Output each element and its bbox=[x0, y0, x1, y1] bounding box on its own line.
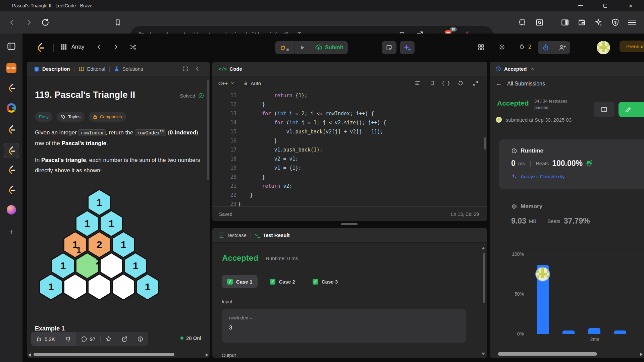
code-line[interactable]: 16 } bbox=[212, 136, 484, 145]
scrollbar-thumb[interactable] bbox=[498, 352, 597, 356]
bookmark-icon[interactable] bbox=[114, 18, 121, 27]
testcase-scrollbar-thumb[interactable] bbox=[483, 253, 485, 303]
companies-button[interactable]: Companies bbox=[89, 112, 126, 122]
code-line[interactable]: 11 return {1}; bbox=[212, 91, 484, 100]
input-box[interactable]: rowIndex = 3 bbox=[222, 309, 466, 343]
code-line[interactable]: 23} bbox=[212, 200, 484, 206]
all-submissions-bar[interactable]: ← All Submissions bbox=[490, 76, 644, 91]
extensions-icon[interactable] bbox=[519, 18, 527, 27]
back-arrow-icon[interactable]: ← bbox=[496, 80, 502, 87]
feedback-help-icon[interactable] bbox=[132, 336, 148, 342]
analyze-complexity-link[interactable]: Analyze Complexity bbox=[511, 173, 644, 179]
solution-button[interactable] bbox=[619, 102, 644, 117]
submit-button[interactable]: Submit bbox=[310, 41, 348, 54]
code-line[interactable]: 21 return v2; bbox=[212, 182, 484, 191]
code-line[interactable]: 14 for (int j = 1; j < v2.size(); j++) { bbox=[212, 118, 484, 127]
brackets-icon[interactable]: { } bbox=[442, 80, 450, 86]
scroll-up-arrow[interactable] bbox=[482, 247, 485, 249]
editor-scrollbar-thumb[interactable] bbox=[484, 137, 486, 149]
notes-button[interactable] bbox=[382, 41, 396, 54]
memory-header[interactable]: Memory bbox=[511, 203, 542, 210]
pinned-site-leetcode-icon[interactable] bbox=[7, 165, 16, 174]
view-report-button[interactable] bbox=[594, 102, 614, 117]
code-line[interactable]: 18 v2 = v1; bbox=[212, 155, 484, 164]
pinned-site-google-icon[interactable] bbox=[7, 103, 16, 113]
timer-icon[interactable] bbox=[538, 44, 554, 51]
code-line[interactable]: 19 v1 = {1}; bbox=[212, 164, 484, 173]
runtime-card[interactable]: Runtime 0 ms Beats 100.00% Analyze Compl… bbox=[499, 139, 644, 189]
pinned-site-college-icon[interactable]: COLLEGE bbox=[6, 63, 16, 73]
back-icon[interactable] bbox=[8, 18, 16, 26]
minimize-button[interactable] bbox=[573, 0, 588, 11]
scroll-right-arrow[interactable] bbox=[640, 353, 643, 356]
pinned-site-leetcode-icon[interactable] bbox=[7, 83, 16, 93]
ai-assistant-icon[interactable] bbox=[400, 41, 415, 54]
horizontal-scrollbar[interactable] bbox=[27, 353, 210, 357]
code-line[interactable]: 20 } bbox=[212, 173, 484, 182]
bookmark-code-icon[interactable] bbox=[430, 80, 435, 86]
scroll-down-arrow[interactable] bbox=[482, 353, 485, 355]
like-button[interactable]: 5.2K bbox=[31, 332, 60, 346]
collapse-panel-icon[interactable] bbox=[195, 66, 200, 72]
runtime-bar[interactable] bbox=[588, 328, 600, 334]
reset-code-icon[interactable] bbox=[458, 80, 464, 86]
streak-counter[interactable]: 2 bbox=[518, 43, 531, 51]
scrollbar-thumb[interactable] bbox=[34, 353, 174, 356]
prev-problem-icon[interactable] bbox=[96, 44, 102, 50]
format-code-icon[interactable] bbox=[415, 80, 421, 86]
run-button[interactable] bbox=[294, 41, 310, 54]
case-chip[interactable]: ✓Case 2 bbox=[264, 275, 300, 288]
leo-ai-icon[interactable] bbox=[594, 18, 603, 27]
autocomplete-toggle[interactable]: Auto bbox=[244, 80, 261, 86]
case-chip[interactable]: ✓Case 1 bbox=[222, 275, 258, 288]
pinned-site-leetcode-icon[interactable] bbox=[7, 185, 16, 194]
maximize-button[interactable] bbox=[597, 0, 613, 11]
leetcode-logo-icon[interactable] bbox=[35, 42, 45, 52]
tab-test-result[interactable]: >_ Test Result bbox=[255, 232, 289, 238]
topics-button[interactable]: Topics bbox=[57, 112, 85, 122]
scroll-right-arrow[interactable] bbox=[206, 353, 208, 357]
pinned-site-sphere-icon[interactable] bbox=[7, 205, 16, 215]
user-avatar[interactable] bbox=[597, 41, 610, 54]
layout-icon[interactable] bbox=[477, 44, 485, 51]
tab-description[interactable]: Description bbox=[34, 66, 70, 72]
scroll-left-arrow[interactable] bbox=[28, 353, 31, 357]
code-line[interactable]: 17 v1.push_back(1); bbox=[212, 145, 484, 155]
maximize-editor-icon[interactable] bbox=[473, 80, 478, 86]
vertical-scrollbar[interactable] bbox=[207, 80, 209, 180]
menu-icon[interactable] bbox=[628, 18, 636, 27]
tab-solutions[interactable]: Solutions bbox=[114, 66, 143, 72]
share-problem-icon[interactable] bbox=[117, 336, 132, 342]
favorite-star-icon[interactable] bbox=[101, 336, 117, 342]
expand-panel-icon[interactable] bbox=[182, 66, 188, 72]
search-tab-icon[interactable] bbox=[535, 18, 544, 27]
close-tab-icon[interactable]: × bbox=[531, 66, 534, 72]
my-submission-marker[interactable] bbox=[535, 267, 550, 282]
debug-button[interactable] bbox=[275, 41, 294, 54]
add-collaborator-icon[interactable] bbox=[554, 44, 570, 51]
vpn-shield-icon[interactable] bbox=[611, 18, 620, 27]
comments-button[interactable]: 97 bbox=[76, 336, 100, 342]
forward-icon[interactable] bbox=[25, 18, 33, 26]
random-problem-icon[interactable] bbox=[129, 44, 137, 51]
reload-icon[interactable] bbox=[41, 18, 50, 27]
next-problem-icon[interactable] bbox=[112, 44, 119, 50]
dislike-button[interactable] bbox=[60, 332, 76, 346]
sidebar-toggle-icon[interactable] bbox=[561, 18, 569, 27]
submission-horizontal-scrollbar[interactable] bbox=[490, 352, 644, 357]
add-pinned-site-button[interactable]: + bbox=[9, 227, 13, 237]
pinned-site-leetcode-icon[interactable] bbox=[7, 125, 16, 134]
runtime-bar[interactable] bbox=[562, 330, 575, 334]
sidebar-panel-toggle-icon[interactable] bbox=[7, 42, 16, 51]
code-line[interactable]: 22 } bbox=[212, 191, 484, 200]
code-line[interactable]: 13 for (int i = 2; i <= rowIndex; i++) { bbox=[212, 109, 484, 118]
problem-list-button[interactable]: Array bbox=[60, 41, 84, 53]
close-button[interactable]: × bbox=[623, 0, 638, 11]
difficulty-badge[interactable]: Easy bbox=[35, 112, 53, 122]
tab-editorial[interactable]: Editorial bbox=[78, 66, 105, 72]
language-selector[interactable]: C++ bbox=[218, 80, 235, 86]
runtime-bar[interactable] bbox=[614, 330, 626, 334]
tab-testcase[interactable]: ✓ Testcase bbox=[219, 232, 247, 238]
premium-button[interactable]: Premium bbox=[620, 41, 644, 52]
code-line[interactable]: 15 v1.push_back(v2[j] + v2[j - 1]); bbox=[212, 127, 484, 136]
